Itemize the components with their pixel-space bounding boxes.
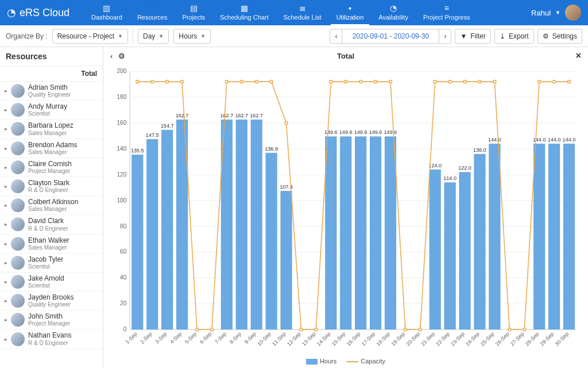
svg-text:149.6: 149.6	[384, 129, 397, 135]
settings-button[interactable]: ⚙Settings	[537, 29, 582, 44]
svg-text:16-Sep: 16-Sep	[346, 331, 362, 347]
resource-role: R & D Engineer	[28, 225, 68, 232]
svg-text:18-Sep: 18-Sep	[376, 331, 392, 347]
svg-text:20: 20	[120, 300, 127, 306]
close-icon[interactable]: ×	[576, 51, 581, 61]
resource-row[interactable]: ▸ Clayton Stark R & D Engineer	[0, 177, 103, 196]
gear-icon[interactable]: ⚙	[118, 52, 125, 60]
chevron-right-icon: ›	[444, 32, 446, 40]
svg-rect-38	[265, 153, 277, 329]
avatar	[11, 122, 25, 136]
resource-role: R & D Engineer	[28, 340, 71, 346]
resource-row[interactable]: ▸ Colbert Atkinson Sales Manager	[0, 196, 103, 215]
sidebar-subheader: Total	[0, 66, 103, 82]
nav-availability[interactable]: ◔Availability	[373, 0, 414, 25]
svg-text:17-Sep: 17-Sep	[361, 331, 377, 347]
unit-select[interactable]: Hours▼	[173, 29, 211, 44]
svg-text:7-Sep: 7-Sep	[214, 331, 227, 345]
svg-text:6-Sep: 6-Sep	[199, 331, 212, 345]
resource-row[interactable]: ▸ John Smith Project Manager	[0, 310, 103, 329]
svg-rect-34	[236, 120, 247, 329]
filter-button[interactable]: ▼Filter	[455, 29, 491, 44]
svg-text:29-Sep: 29-Sep	[539, 331, 555, 347]
user-name: Rahul	[531, 9, 551, 17]
resource-row[interactable]: ▸ Jake Arnold Scientist	[0, 273, 103, 292]
svg-text:5-Sep: 5-Sep	[184, 331, 198, 345]
date-range-display[interactable]: 2020-09-01 - 2020-09-30	[342, 29, 439, 44]
svg-point-95	[538, 80, 541, 83]
logo-icon: ◔	[7, 6, 16, 19]
resource-row[interactable]: ▸ Jacob Tyler Scientist	[0, 254, 103, 273]
resource-row[interactable]: ▸ Andy Murray Scientist	[0, 101, 103, 120]
nav-resources[interactable]: 👤Resources	[131, 0, 173, 25]
chevron-left-icon[interactable]: ‹	[110, 52, 113, 60]
resource-row[interactable]: ▸ Jayden Brooks Quality Engineer	[0, 292, 103, 310]
toolbar: Organize By : Resource - Project▼ Day▼ H…	[0, 25, 588, 47]
svg-rect-56	[459, 172, 470, 329]
resource-name: Jacob Tyler	[28, 256, 63, 263]
svg-point-75	[240, 80, 243, 83]
top-nav: ◔ eRS Cloud ▥Dashboard👤Resources▤Project…	[0, 0, 588, 25]
nav-project-progress[interactable]: ≡Project Progress	[417, 0, 475, 25]
svg-point-91	[478, 80, 481, 83]
svg-point-90	[463, 80, 466, 83]
resource-row[interactable]: ▸ Brendon Adams Sales Manager	[0, 139, 103, 158]
svg-point-78	[285, 121, 288, 124]
resource-name: Andy Murray	[28, 103, 67, 110]
resource-name: Clayton Stark	[28, 179, 69, 187]
svg-text:30-Sep: 30-Sep	[554, 331, 570, 347]
resource-row[interactable]: ▸ Claire Cornish Project Manager	[0, 158, 103, 177]
svg-rect-52	[430, 170, 441, 329]
nav-dashboard[interactable]: ▥Dashboard	[86, 0, 128, 25]
resource-row[interactable]: ▸ Barbara Lopez Sales Manager	[0, 120, 103, 139]
chevron-right-icon: ▸	[5, 202, 7, 208]
svg-text:40: 40	[120, 274, 127, 281]
svg-text:12-Sep: 12-Sep	[286, 331, 302, 347]
nav-schedule-list[interactable]: ≣Schedule List	[278, 0, 327, 25]
resource-row[interactable]: ▸ Nathan Evans R & D Engineer	[0, 329, 103, 348]
svg-text:147.5: 147.5	[146, 132, 159, 138]
svg-text:180: 180	[117, 94, 126, 100]
resource-name: Adrian Smith	[28, 84, 71, 91]
chevron-right-icon: ▸	[5, 126, 7, 132]
utilization-icon: ▪	[349, 3, 351, 13]
svg-text:27-Sep: 27-Sep	[509, 331, 525, 347]
svg-text:162.7: 162.7	[250, 113, 263, 118]
resource-name: David Clark	[28, 217, 68, 225]
svg-text:26-Sep: 26-Sep	[494, 331, 510, 347]
resource-name: Colbert Atkinson	[28, 198, 78, 206]
filter-icon: ▼	[460, 32, 467, 40]
resource-row[interactable]: ▸ David Clark R & D Engineer	[0, 215, 103, 234]
svg-point-77	[270, 80, 273, 83]
svg-rect-66	[563, 144, 575, 329]
svg-rect-54	[444, 182, 456, 329]
resource-name: Jake Arnold	[28, 275, 64, 282]
svg-text:10-Sep: 10-Sep	[256, 331, 272, 347]
chevron-right-icon: ▸	[5, 107, 7, 113]
svg-rect-58	[474, 154, 485, 329]
nav-projects[interactable]: ▤Projects	[176, 0, 211, 25]
resource-row[interactable]: ▸ Ethan Walker Sales Manager	[0, 235, 103, 254]
date-next-button[interactable]: ›	[439, 29, 451, 44]
export-button[interactable]: ⤓Export	[494, 29, 534, 44]
nav-utilization[interactable]: ▪Utilization	[331, 0, 370, 25]
svg-text:23-Sep: 23-Sep	[450, 331, 466, 347]
date-prev-button[interactable]: ‹	[330, 29, 342, 44]
resource-row[interactable]: ▸ Adrian Smith Quality Engineer	[0, 82, 103, 101]
resource-name: Nathan Evans	[28, 332, 71, 339]
resource-role: R & D Engineer	[28, 187, 69, 193]
svg-rect-48	[370, 136, 381, 329]
svg-point-97	[567, 80, 570, 83]
user-menu[interactable]: Rahul ▼	[531, 5, 581, 21]
caret-down-icon: ▼	[555, 10, 560, 16]
svg-text:19-Sep: 19-Sep	[390, 331, 407, 347]
svg-text:0: 0	[123, 326, 127, 332]
svg-rect-36	[251, 120, 262, 329]
svg-text:149.6: 149.6	[354, 129, 368, 135]
resource-role: Quality Engineer	[28, 301, 74, 308]
granularity-select[interactable]: Day▼	[138, 29, 169, 44]
sidebar-title: Resources	[0, 47, 103, 66]
organize-select[interactable]: Resource - Project▼	[52, 29, 128, 44]
nav-scheduling-chart[interactable]: ▦Scheduling Chart	[214, 0, 274, 25]
resource-sidebar: Resources Total ▸ Adrian Smith Quality E…	[0, 47, 103, 368]
